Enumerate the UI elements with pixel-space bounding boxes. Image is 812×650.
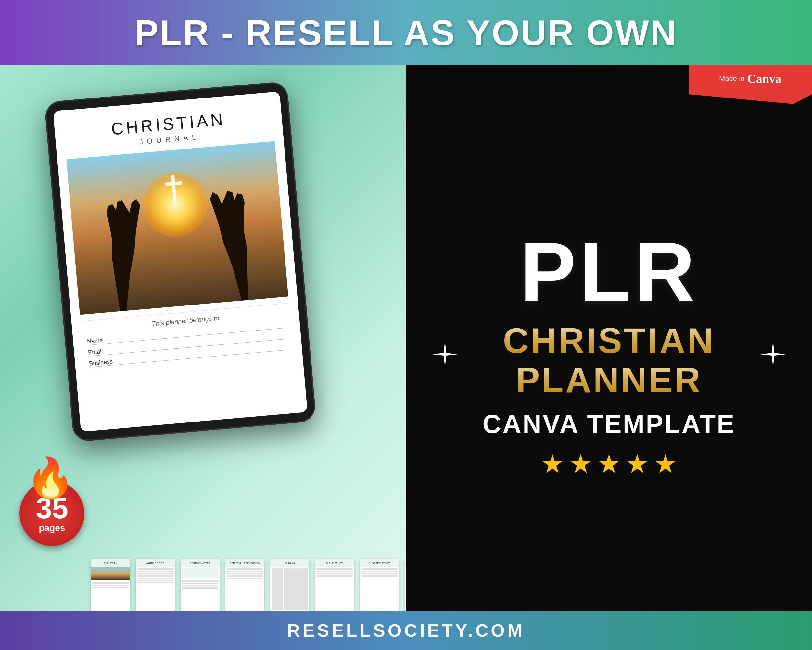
thumb-line: [227, 569, 263, 570]
thumb-line: [316, 571, 353, 572]
svg-rect-0: [171, 176, 177, 202]
canva-template-heading: CANVA TEMPLATE: [483, 409, 736, 439]
thumb-line: [361, 573, 398, 574]
thumb-line: [182, 585, 218, 586]
thumbnail-chapter-study: CHAPTER STUDY: [360, 559, 399, 611]
star-1: ★: [541, 449, 564, 479]
thumb-line: [182, 587, 218, 589]
thumb-label-3: SERMON NOTES: [190, 562, 211, 564]
thumb-header-3: SERMON NOTES: [180, 559, 220, 567]
thumb-label-5: 90 DAYS: [284, 562, 295, 564]
planner-heading: PLANNER: [516, 360, 702, 399]
thumb-grid-5: [272, 569, 308, 610]
thumb-cell: [272, 569, 283, 582]
canva-badge-text: Made in Canva: [719, 72, 781, 86]
thumb-header-5: 90 DAYS: [270, 559, 309, 567]
christian-heading: CHRISTIAN: [503, 321, 715, 360]
canva-script-text: Canva: [747, 72, 781, 86]
thumbnail-cover: CHRISTIAN: [91, 559, 130, 611]
thumb-content-4: [226, 567, 264, 611]
thumb-line: [316, 573, 353, 574]
form-email-label: Email: [88, 346, 121, 356]
thumb-header-7: CHAPTER STUDY: [360, 559, 399, 567]
thumb-cell: [284, 569, 296, 582]
sparkle-left-icon: [432, 341, 458, 372]
thumb-line: [137, 571, 174, 572]
thumb-cell: [284, 596, 296, 610]
thumb-cell: [296, 583, 308, 596]
tablet-journal-title: CHRISTIAN: [110, 109, 226, 138]
main-title: PLR - RESELL AS YOUR OWN: [135, 12, 678, 53]
thumb-line: [137, 582, 174, 583]
thumb-content-2: [136, 567, 175, 611]
thumb-line: [361, 569, 398, 570]
thumb-cell: [284, 583, 296, 596]
thumb-line: [92, 587, 129, 588]
thumbnail-sermon-notes: SERMON NOTES: [180, 559, 220, 611]
footer-website: RESELLSOCIETY.COM: [287, 620, 525, 641]
tablet-cover-image: [66, 141, 288, 315]
right-panel: Made in Canva PLR CHRISTIAN: [406, 65, 812, 618]
content-area: CHRISTIAN JOURNAL: [0, 65, 812, 618]
tablet-device: CHRISTIAN JOURNAL: [44, 81, 317, 442]
thumb-line: [137, 575, 174, 577]
thumbnail-bible-study: BIBLE STUDY: [315, 559, 354, 611]
sparkle-right-icon: [760, 341, 786, 372]
tablet-screen: CHRISTIAN JOURNAL: [53, 91, 308, 431]
star-2: ★: [569, 449, 592, 479]
thumb-label-2: WORD OF GOD: [146, 562, 164, 564]
thumb-content-7: [360, 567, 399, 611]
badge-container: 🔥 35 pages: [20, 481, 84, 546]
thumb-content-6: [315, 567, 354, 611]
thumb-cell: [296, 569, 308, 582]
thumb-line: [137, 580, 174, 581]
thumb-line: [227, 578, 263, 579]
thumb-cell: [272, 596, 283, 610]
thumb-image-1: [91, 567, 130, 580]
thumbnail-word-of-god: WORD OF GOD: [136, 559, 175, 611]
thumb-line: [92, 583, 129, 584]
footer: RESELLSOCIETY.COM: [0, 611, 812, 650]
plr-heading: PLR: [520, 230, 698, 314]
thumbnail-spiritual-reflection: SPIRITUAL REFLECTION: [226, 559, 264, 611]
thumb-content-5: [270, 567, 309, 611]
thumb-header-4: SPIRITUAL REFLECTION: [226, 559, 264, 567]
thumb-header-6: BIBLE STUDY: [315, 559, 354, 567]
top-banner: PLR - RESELL AS YOUR OWN: [0, 0, 812, 65]
thumb-line: [316, 575, 353, 577]
thumb-header-2: WORD OF GOD: [136, 559, 175, 567]
thumb-label-4: SPIRITUAL REFLECTION: [230, 562, 260, 564]
badge-pages-label: pages: [39, 523, 65, 533]
star-4: ★: [626, 449, 649, 479]
thumb-label-6: BIBLE STUDY: [326, 562, 343, 564]
thumb-line: [182, 583, 218, 584]
thumb-line: [227, 575, 263, 577]
thumb-label-1: CHRISTIAN: [104, 562, 118, 564]
thumb-content-3: [180, 567, 220, 611]
stars-row: ★ ★ ★ ★ ★: [541, 449, 677, 479]
star-3: ★: [597, 449, 621, 479]
thumb-line: [316, 569, 353, 570]
thumbnail-90-days: 90 DAYS: [270, 559, 309, 611]
svg-rect-1: [165, 181, 182, 186]
thumb-line: [137, 573, 174, 574]
canva-badge: Made in Canva: [688, 65, 812, 104]
thumb-line: [92, 585, 129, 586]
tablet-wrapper: CHRISTIAN JOURNAL: [58, 91, 302, 432]
thumb-cell: [296, 596, 308, 610]
thumb-line: [227, 573, 263, 574]
thumbnails-row: CHRISTIAN WORD OF GOD: [91, 559, 444, 611]
made-in-text: Made in: [719, 75, 745, 83]
thumb-line: [137, 578, 174, 579]
flame-icon: 🔥: [26, 455, 75, 501]
thumb-line: [137, 569, 174, 570]
tablet-form: This planner belongs to Name Email Busin…: [81, 303, 294, 376]
thumb-line: [182, 580, 218, 582]
main-container: PLR - RESELL AS YOUR OWN CHRISTIAN JOURN…: [0, 0, 812, 650]
thumb-header-1: CHRISTIAN: [91, 559, 130, 567]
thumb-line: [361, 571, 398, 572]
thumb-cell: [272, 583, 283, 596]
thumb-line: [361, 575, 398, 577]
christian-planner-block: CHRISTIAN PLANNER: [503, 321, 715, 399]
star-5: ★: [654, 449, 677, 479]
